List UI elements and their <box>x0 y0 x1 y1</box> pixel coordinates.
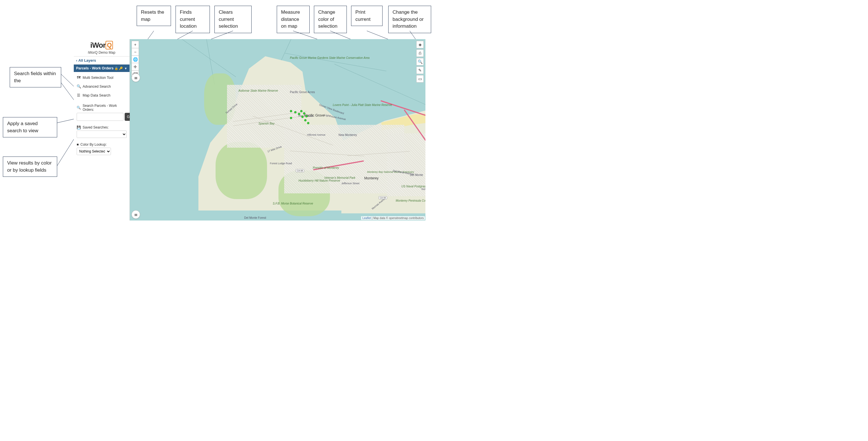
layers-icon: ◈ <box>418 42 422 47</box>
place-new-monterey: New Monterey <box>339 133 357 137</box>
place-delmonte-forest: Del Monte Forest <box>244 216 266 219</box>
place-sfb: S.F.B. Morse Botanical Reserve <box>273 202 299 205</box>
color-by-lookup-label: ■ Color By Lookup: <box>74 140 129 148</box>
map-data-search-tool[interactable]: ☰ Map Data Search <box>74 91 129 100</box>
zoom-out-button[interactable]: − <box>131 48 139 56</box>
active-layer-label: Parcels - Work Orders <box>76 66 114 70</box>
place-presidio: Presidio of Monterey <box>313 166 336 169</box>
map-attribution: Leaflet | Map data © openstreetmap contr… <box>361 216 425 220</box>
crosshair-icon: ✛ <box>133 65 137 69</box>
callout-color: Change color of selection <box>314 6 347 33</box>
map-icon: 🗺 <box>76 75 81 80</box>
road-jefferson: Jefferson Street <box>341 182 360 185</box>
all-layers-link[interactable]: All Layers <box>74 56 129 65</box>
place-asilomar: Asilomar State Marine Reserve <box>239 89 270 92</box>
active-layer-toggle-icons[interactable]: 🔒🔑 ▾ <box>114 67 127 70</box>
data-marker[interactable] <box>290 110 292 112</box>
tool-label: Multi Selection Tool <box>83 76 113 80</box>
svg-line-2 <box>57 118 76 123</box>
section-text: Search Parcels - Work Orders: <box>83 104 127 112</box>
data-marker[interactable] <box>290 117 292 119</box>
place-spanish-bay: Spanish Bay <box>258 122 275 125</box>
data-marker[interactable] <box>305 115 308 117</box>
legend-toggle-top[interactable]: ≣ <box>131 73 140 82</box>
callout-print: Print current <box>351 6 382 26</box>
callout-layers: Change the background or information <box>388 6 431 33</box>
shield-ca68-1: CA 68 <box>296 169 304 172</box>
section-text: Color By Lookup: <box>80 142 106 146</box>
data-marker[interactable] <box>300 110 303 112</box>
save-icon: 💾 <box>76 125 81 129</box>
print-button[interactable]: ⎙ <box>416 49 424 57</box>
advanced-search-tool[interactable]: 🔍 Advanced Search <box>74 82 129 91</box>
tool-label: Advanced Search <box>83 84 111 89</box>
search-parcels-label: 🔍 Search Parcels - Work Orders: <box>74 101 129 113</box>
map-canvas[interactable]: Pacific Grove New Monterey Monterey Del … <box>130 39 426 220</box>
measure-button[interactable]: ▭ <box>416 75 424 82</box>
multi-selection-tool[interactable]: 🗺 Multi Selection Tool <box>74 73 129 82</box>
place-pg-acres: Pacific Grove Acres <box>290 91 315 94</box>
search-icon: 🔍 <box>76 84 81 89</box>
globe-icon: 🌐 <box>133 57 138 62</box>
locate-button[interactable]: ✛ <box>131 63 139 71</box>
brush-icon: ✎ <box>418 68 422 73</box>
place-pg-gardens: Pacific Grove Marine Gardens State Marin… <box>290 56 327 59</box>
tool-label: Map Data Search <box>83 93 111 97</box>
road-forest-lodge: Forest Lodge Road <box>270 162 292 165</box>
print-icon: ⎙ <box>419 51 421 56</box>
address-search-button[interactable]: 🔍 <box>416 58 424 65</box>
road-hillcrest: Hillcrest Avenue <box>307 133 326 136</box>
callout-measure: Measure distance on map <box>277 6 310 33</box>
reset-map-button[interactable]: 🌐 <box>131 56 139 63</box>
leaflet-link[interactable]: Leaflet <box>362 216 371 219</box>
shield-ca68-2: CA 68 <box>378 196 387 199</box>
data-marker[interactable] <box>307 122 309 124</box>
map-controls-right: ◈ ⎙ 🔍 ✎ ▭ <box>416 41 424 84</box>
sliders-icon: ☰ <box>76 93 81 97</box>
zoom-in-button[interactable]: + <box>131 41 139 48</box>
search-parcels-input[interactable] <box>76 113 124 121</box>
attribution-text: | Map data © openstreetmap contributors <box>371 216 424 219</box>
saved-searches-select[interactable] <box>76 131 127 138</box>
place-veterans: Veteran's Memorial Park <box>324 176 344 179</box>
list-icon: ≣ <box>134 212 138 217</box>
callout-locate: Finds current location <box>176 6 210 33</box>
map-title: iWorQ Demo Map <box>74 50 129 56</box>
logo-wor: Wor <box>92 41 105 49</box>
place-peninsula-cc: Monterey Peninsula Country Club <box>396 199 424 202</box>
legend-toggle-bottom[interactable]: ≣ <box>131 210 140 219</box>
list-icon: ≣ <box>134 75 138 80</box>
data-marker[interactable] <box>294 111 297 113</box>
svg-line-3 <box>57 136 76 166</box>
callout-reset: Resets the map <box>137 6 171 26</box>
place-monterey: Monterey <box>364 176 378 180</box>
map-app-window: iWorQ iWorQ Demo Map All Layers Parcels … <box>74 39 426 220</box>
data-marker[interactable] <box>304 119 307 122</box>
callout-color-lookup: View results by color or by lookup field… <box>3 157 57 177</box>
callout-search-fields: Search fields within the <box>10 67 61 88</box>
section-text: Saved Searches: <box>83 125 108 129</box>
folder-icon: ■ <box>76 142 79 146</box>
layer-tools: 🗺 Multi Selection Tool 🔍 Advanced Search… <box>74 72 129 101</box>
place-lovers: Lovers Point - Julia Platt State Marine … <box>333 103 364 106</box>
layers-button[interactable]: ◈ <box>416 41 424 48</box>
map-controls-left: + − 🌐 ✛ ⌫ <box>131 41 139 78</box>
sidebar: iWorQ iWorQ Demo Map All Layers Parcels … <box>74 39 130 220</box>
logo: iWorQ <box>74 39 129 50</box>
data-marker[interactable] <box>298 113 300 115</box>
data-marker[interactable] <box>301 116 304 118</box>
callout-saved-search: Apply a saved search to view <box>3 117 57 137</box>
active-layer-header[interactable]: Parcels - Work Orders 🔒🔑 ▾ <box>74 65 129 72</box>
callout-clear: Clears current selection <box>214 6 252 33</box>
ruler-icon: ▭ <box>418 76 422 81</box>
road-fremont: North Fremont Street <box>422 188 426 191</box>
color-by-lookup-select[interactable]: Nothing Selected <box>76 148 111 155</box>
search-icon: 🔍 <box>418 59 423 64</box>
logo-q: Q <box>105 41 113 49</box>
search-icon: 🔍 <box>76 106 81 110</box>
data-marker[interactable] <box>303 112 305 114</box>
saved-searches-label: 💾 Saved Searches: <box>74 123 129 131</box>
place-huckleberry: Huckleberry Hill Nature Preserve <box>299 179 324 182</box>
color-selection-button[interactable]: ✎ <box>416 67 424 74</box>
